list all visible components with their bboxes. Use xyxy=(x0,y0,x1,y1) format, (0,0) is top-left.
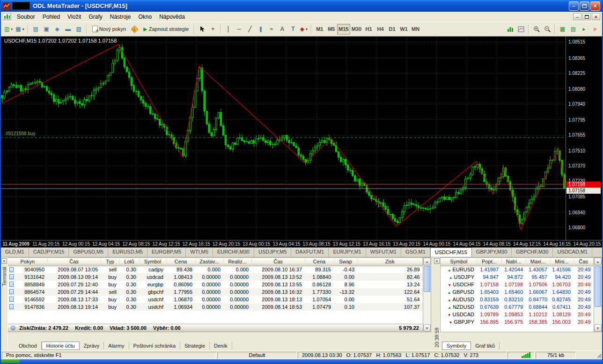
terminal-toggle[interactable]: ▬ xyxy=(63,24,74,35)
chart-tab-wti-m5[interactable]: WTI,M5 xyxy=(186,248,213,257)
new-order-button[interactable]: + Nový pokyn xyxy=(89,24,129,35)
timeframe-button-d1[interactable]: D1 xyxy=(386,24,398,35)
chart-tab-usdchf-m15[interactable]: USDCHF,M15 xyxy=(430,248,472,257)
chart-tab-eurchf-m30[interactable]: EURCHF,M30 xyxy=(213,248,254,257)
account-history-table[interactable]: PokynČasTypLotůSymbolCenaZastav...Realiz… xyxy=(8,258,423,311)
chart-window-icon[interactable] xyxy=(3,13,11,20)
price-scale[interactable]: 1.07198 1.07158 1.085151.083651.082251.0… xyxy=(566,36,602,240)
market-watch-row-gbpusd[interactable]: ▲GBPUSD1.654031.654601.660671.6483020:49 xyxy=(441,288,594,296)
chart-tab-eurusd-m5[interactable]: EURUSD,M5 xyxy=(108,248,147,257)
history-column-header-6[interactable]: Zastav... xyxy=(195,258,223,266)
terminal-tab-alarmy[interactable]: Alarmy xyxy=(104,342,129,349)
channel-button[interactable]: ∥ xyxy=(255,24,266,35)
history-row[interactable]: 91316422009.08.13 09:14buy0.30usdcad1.08… xyxy=(8,273,423,281)
menu-item-vlozit[interactable]: Vložit xyxy=(64,13,85,21)
title-bar[interactable]: ODL MetaTrader - [USDCHF,M15] – × xyxy=(1,0,602,12)
chart-tab-eurjpy-m1[interactable]: EURJPY,M1 xyxy=(329,248,366,257)
chart-tab-usdjpy-m5[interactable]: USDJPY,M5 xyxy=(254,248,291,257)
auto-scroll-button[interactable]: ▸ xyxy=(579,24,589,35)
market-watch-row-nzdusd[interactable]: ▲NZDUSD0.676390.677790.688440.6741120:49 xyxy=(441,303,594,311)
timeframe-button-w1[interactable]: W1 xyxy=(398,24,410,35)
objects-list-button[interactable] xyxy=(515,24,526,35)
menu-item-pohled[interactable]: Pohled xyxy=(39,13,64,21)
timeframe-button-h1[interactable]: H1 xyxy=(363,24,375,35)
chart-tab-gbpusd-m5[interactable]: GBPUSD,M5 xyxy=(69,248,108,257)
history-column-header-9[interactable]: Cena xyxy=(305,258,334,266)
market-watch-column-header-1[interactable]: Popt... xyxy=(477,258,501,266)
scrollbar-track[interactable] xyxy=(594,307,602,324)
mdi-close-button[interactable]: × xyxy=(592,13,600,20)
trendline-button[interactable]: ╱ xyxy=(244,24,255,35)
history-column-header-0[interactable]: Pokyn xyxy=(8,258,47,266)
scrollbar-thumb[interactable] xyxy=(595,266,601,307)
navigator-toggle[interactable]: ◈ xyxy=(52,24,63,35)
terminal-tab-strategie[interactable]: Strategie xyxy=(180,342,210,349)
terminal-tab-denik[interactable]: Deník xyxy=(210,342,232,349)
chart-tab-gso-m1[interactable]: GSO,M1 xyxy=(401,248,430,257)
history-column-header-3[interactable]: Lotů xyxy=(119,258,139,266)
cursor-button[interactable] xyxy=(197,24,207,35)
scrollbar-thumb[interactable] xyxy=(424,266,430,292)
mdi-restore-button[interactable] xyxy=(582,13,591,20)
text-tool-button[interactable]: A xyxy=(277,24,287,35)
strategy-tester-toggle[interactable]: ▧ xyxy=(74,24,84,35)
chart-tab-eurgbp-m5[interactable]: EURGBP,M5 xyxy=(147,248,186,257)
market-watch-row-audusd[interactable]: ▲AUDUSD0.831590.832100.847700.8274520:49 xyxy=(441,296,594,303)
chart-tab-cadjpy-m15[interactable]: CADJPY,M15 xyxy=(29,248,69,257)
history-column-header-7[interactable]: Realiz... xyxy=(223,258,251,266)
timeframe-button-mn[interactable]: MN xyxy=(410,24,421,35)
menu-item-soubor[interactable]: Soubor xyxy=(13,13,39,21)
timeframe-button-m15[interactable]: M15 xyxy=(337,24,350,35)
mdi-minimize-button[interactable]: – xyxy=(573,13,581,20)
history-column-header-2[interactable]: Typ xyxy=(101,258,119,266)
history-scrollbar[interactable]: ▲ ▼ xyxy=(423,258,431,332)
market-watch-scrollbar[interactable]: ▲ ▼ xyxy=(594,258,602,332)
history-column-header-1[interactable]: Čas xyxy=(47,258,101,266)
horizontal-line-button[interactable]: ─ xyxy=(234,24,244,35)
chart-tab-gbpjpy-m30[interactable]: GBPJPY,M30 xyxy=(472,248,512,257)
market-watch-row-gbpjpy[interactable]: ▼GBPJPY156.895156.975158.385156.00320:49 xyxy=(441,318,594,326)
scroll-up-button[interactable]: ▲ xyxy=(423,258,431,265)
market-watch-close-button[interactable]: × xyxy=(434,258,440,264)
start-button-sliver[interactable] xyxy=(1,359,20,363)
market-watch-toggle[interactable]: ▤ xyxy=(30,24,41,35)
market-watch-row-usdjpy[interactable]: ▲USDJPY94.84794.87295.45794.42020:49 xyxy=(441,273,594,281)
time-axis[interactable]: 11 Aug 200911 Aug 20:1512 Aug 00:1512 Au… xyxy=(1,240,602,248)
scroll-down-button[interactable]: ▼ xyxy=(594,324,602,332)
timeframe-button-m30[interactable]: M30 xyxy=(350,24,363,35)
terminal-tab-historie-uctu[interactable]: Historie účtu xyxy=(42,342,80,350)
scroll-down-button[interactable]: ▼ xyxy=(423,324,431,332)
new-chart-button[interactable]: ▥▾ xyxy=(3,24,14,35)
market-watch-column-header-3[interactable]: Maxi... xyxy=(526,258,550,266)
history-row[interactable]: 90409502009.08.07 13:05sell0.30cadjpy89.… xyxy=(8,266,423,273)
window-close-button[interactable]: × xyxy=(590,1,600,11)
cascade-windows-button[interactable]: ▤ xyxy=(568,24,579,35)
history-column-header-5[interactable]: Cena xyxy=(166,258,195,266)
scroll-up-button[interactable]: ▲ xyxy=(594,258,602,265)
terminal-tab-obchod[interactable]: Obchod xyxy=(15,342,42,349)
window-maximize-button[interactable] xyxy=(580,1,589,11)
terminal-close-button[interactable]: × xyxy=(1,258,7,264)
expert-advisors-button[interactable]: ▶ Zapnout strategie xyxy=(140,24,192,35)
market-watch-row-eurusd[interactable]: ▲EURUSD1.419971.420441.430571.4159620:49 xyxy=(441,266,594,273)
menu-item-okno[interactable]: Okno xyxy=(134,13,155,21)
menu-item-napoveda[interactable]: Nápověda xyxy=(155,13,189,21)
fibonacci-button[interactable]: ≈ xyxy=(266,24,277,35)
chart-tab-gbpchf-m30[interactable]: GBPCHF,M30 xyxy=(512,248,553,257)
menu-item-grafy[interactable]: Grafy xyxy=(85,13,106,21)
data-window-toggle[interactable]: ▣ xyxy=(41,24,52,35)
vertical-line-button[interactable]: │ xyxy=(223,24,234,35)
market-watch-tab-graf-tiku[interactable]: Graf tiků xyxy=(471,342,500,349)
profiles-button[interactable]: ▦▾ xyxy=(14,24,25,35)
zoom-in-button[interactable] xyxy=(531,24,542,35)
chart-tab-gld-m1[interactable]: GLD,M1 xyxy=(1,248,29,257)
market-watch-tab-symboly[interactable]: Symboly xyxy=(442,342,471,350)
chart-tab-usdcad-m1[interactable]: USDCAD,M1 xyxy=(553,248,592,257)
scrollbar-track[interactable] xyxy=(423,292,431,324)
history-row[interactable]: 91478362009.08.13 19:14buy0.30usdchf1.06… xyxy=(8,303,423,311)
history-column-header-10[interactable]: Swap xyxy=(334,258,357,266)
chart-tab-daxfut-m1[interactable]: DAXFUT,M1 xyxy=(291,248,329,257)
market-watch-row-usdcad[interactable]: ▼USDCAD1.097891.098531.102121.0812920:49 xyxy=(441,311,594,318)
text-label-button[interactable]: T xyxy=(287,24,298,35)
crosshair-button[interactable]: + xyxy=(207,24,218,35)
